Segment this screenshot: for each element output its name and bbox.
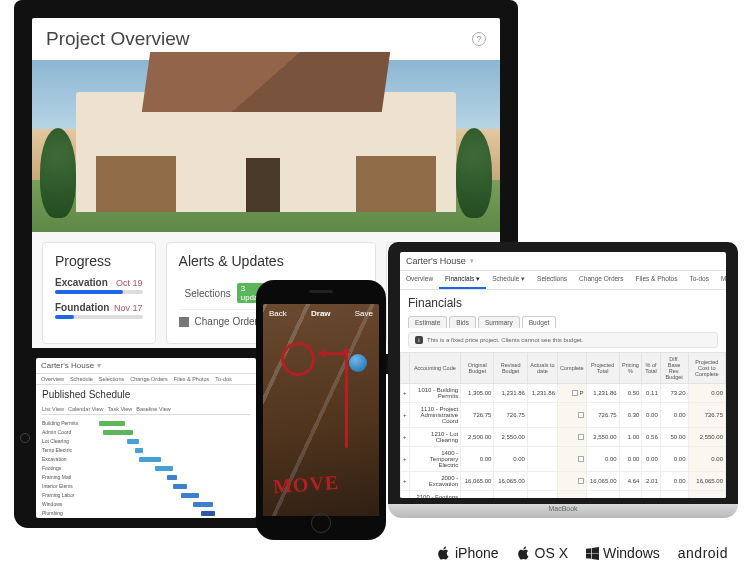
- subtab-estimate[interactable]: Estimate: [408, 316, 447, 328]
- column-header[interactable]: Pricing %: [619, 353, 642, 384]
- cell-code: 2000 - Excavation: [409, 472, 461, 491]
- column-header[interactable]: Original Budget: [461, 353, 494, 384]
- annotation-text[interactable]: MOVE: [272, 471, 340, 499]
- gantt-row[interactable]: Framing Matl: [42, 473, 250, 481]
- budget-table[interactable]: Accounting CodeOriginal BudgetRevised Bu…: [400, 352, 726, 498]
- cell-complete[interactable]: [558, 491, 587, 498]
- tab-to-dos[interactable]: To-dos: [683, 271, 715, 289]
- progress-row[interactable]: Excavation Oct 19: [55, 277, 143, 288]
- gantt-row[interactable]: Interior Elems: [42, 482, 250, 490]
- gantt-row[interactable]: Lot Clearing: [42, 437, 250, 445]
- cell-complete[interactable]: [558, 472, 587, 491]
- tab-change-orders[interactable]: Change Orders: [130, 376, 168, 382]
- gantt-row[interactable]: Footings: [42, 464, 250, 472]
- expand-toggle[interactable]: +: [401, 384, 410, 403]
- column-header[interactable]: Diff. Base Rev. Budget: [660, 353, 688, 384]
- column-header[interactable]: % of Total: [642, 353, 660, 384]
- subtab-bids[interactable]: Bids: [449, 316, 476, 328]
- project-selector[interactable]: Carter's House: [406, 256, 466, 266]
- tab-files-photos[interactable]: Files & Photos: [174, 376, 209, 382]
- platform-osx: OS X: [517, 545, 568, 561]
- tab-overview[interactable]: Overview: [400, 271, 439, 289]
- view-tab[interactable]: Calendar View: [68, 406, 104, 412]
- chevron-down-icon[interactable]: ▾: [470, 257, 474, 265]
- gantt-bar[interactable]: [173, 484, 187, 489]
- gantt-row[interactable]: Windows: [42, 500, 250, 508]
- table-row[interactable]: + 1110 - Project Administrative Coord 72…: [401, 403, 726, 428]
- tab-schedule-[interactable]: Schedule ▾: [486, 271, 531, 289]
- draw-tool-handle-icon[interactable]: [349, 354, 367, 372]
- draw-screen[interactable]: Back Draw Save MOVE: [263, 304, 379, 516]
- table-row[interactable]: + 2000 - Excavation 16,065.00 16,065.00 …: [401, 472, 726, 491]
- gantt-chart[interactable]: List ViewCalendar ViewTask ViewBaseline …: [36, 404, 256, 518]
- gantt-bar[interactable]: [193, 502, 213, 507]
- table-row[interactable]: + 2100 - Footings and Foundation Walls 1…: [401, 491, 726, 498]
- tab-selections[interactable]: Selections: [531, 271, 573, 289]
- back-button[interactable]: Back: [269, 309, 287, 318]
- table-row[interactable]: + 1400 - Temporary Electric 0.00 0.00 0.…: [401, 447, 726, 472]
- expand-toggle[interactable]: +: [401, 428, 410, 447]
- checkbox-icon[interactable]: [572, 390, 578, 396]
- gantt-bar[interactable]: [103, 430, 133, 435]
- progress-row[interactable]: Foundation Nov 17: [55, 302, 143, 313]
- cell-diff: 50.00: [660, 428, 688, 447]
- expand-toggle[interactable]: +: [401, 491, 410, 498]
- expand-toggle[interactable]: +: [401, 403, 410, 428]
- checkbox-icon[interactable]: [578, 434, 584, 440]
- tab-selections[interactable]: Selections: [99, 376, 124, 382]
- gantt-bar[interactable]: [135, 448, 143, 453]
- cell-complete[interactable]: [558, 428, 587, 447]
- gantt-row[interactable]: Framing Labor: [42, 491, 250, 499]
- column-header[interactable]: Complete: [558, 353, 587, 384]
- expand-toggle[interactable]: +: [401, 447, 410, 472]
- view-tab[interactable]: Baseline View: [136, 406, 170, 412]
- gantt-row[interactable]: Plumbing: [42, 509, 250, 517]
- gantt-bar[interactable]: [155, 466, 173, 471]
- gantt-row[interactable]: Temp Electric: [42, 446, 250, 454]
- annotation-circle-icon[interactable]: [281, 342, 315, 376]
- checkbox-icon[interactable]: [578, 412, 584, 418]
- tab-overview[interactable]: Overview: [41, 376, 64, 382]
- column-header[interactable]: Actuals to date: [527, 353, 557, 384]
- column-header[interactable]: Projected Cost to Complete: [688, 353, 726, 384]
- cell-complete[interactable]: P: [558, 384, 587, 403]
- tab-messages[interactable]: Messages: [715, 271, 726, 289]
- tab-financials-[interactable]: Financials ▾: [439, 271, 486, 289]
- checkbox-icon[interactable]: [578, 456, 584, 462]
- project-selector[interactable]: Carter's House: [41, 361, 94, 370]
- view-tab[interactable]: Task View: [108, 406, 133, 412]
- chevron-down-icon[interactable]: ▾: [97, 361, 101, 370]
- subtab-summary[interactable]: Summary: [478, 316, 520, 328]
- column-header[interactable]: Accounting Code: [409, 353, 461, 384]
- cell-original: 726.75: [461, 403, 494, 428]
- cell-complete[interactable]: [558, 403, 587, 428]
- annotation-arrow-icon[interactable]: [345, 348, 348, 448]
- gantt-bar[interactable]: [181, 493, 199, 498]
- home-button-icon[interactable]: [20, 433, 30, 443]
- help-icon[interactable]: ?: [472, 32, 486, 46]
- cell-ptc: 11,701.44: [688, 491, 726, 498]
- gantt-bar[interactable]: [127, 439, 139, 444]
- subtab-budget[interactable]: Budget: [522, 316, 557, 328]
- checkbox-icon[interactable]: [578, 478, 584, 484]
- gantt-bar[interactable]: [167, 475, 177, 480]
- cell-complete[interactable]: [558, 447, 587, 472]
- gantt-bar[interactable]: [99, 421, 125, 426]
- gantt-row[interactable]: Excavation: [42, 455, 250, 463]
- tab-schedule[interactable]: Schedule: [70, 376, 93, 382]
- gantt-bar[interactable]: [139, 457, 161, 462]
- view-tab[interactable]: List View: [42, 406, 64, 412]
- gantt-bar[interactable]: [201, 511, 215, 516]
- table-row[interactable]: + 1010 - Building Permits 1,305.00 1,231…: [401, 384, 726, 403]
- gantt-row[interactable]: Building Permits: [42, 419, 250, 427]
- tab-files-photos[interactable]: Files & Photos: [630, 271, 684, 289]
- save-button[interactable]: Save: [355, 309, 373, 318]
- tab-change-orders[interactable]: Change Orders: [573, 271, 629, 289]
- expand-toggle[interactable]: +: [401, 472, 410, 491]
- gantt-row[interactable]: Admin Coord: [42, 428, 250, 436]
- column-header[interactable]: Projected Total: [586, 353, 619, 384]
- column-header[interactable]: Revised Budget: [494, 353, 527, 384]
- tab-to-dos[interactable]: To-dos: [215, 376, 232, 382]
- table-row[interactable]: + 1210 - Lot Clearing 2,500.00 2,550.00 …: [401, 428, 726, 447]
- progress-card[interactable]: Progress Excavation Oct 19 Foundation No…: [42, 242, 156, 344]
